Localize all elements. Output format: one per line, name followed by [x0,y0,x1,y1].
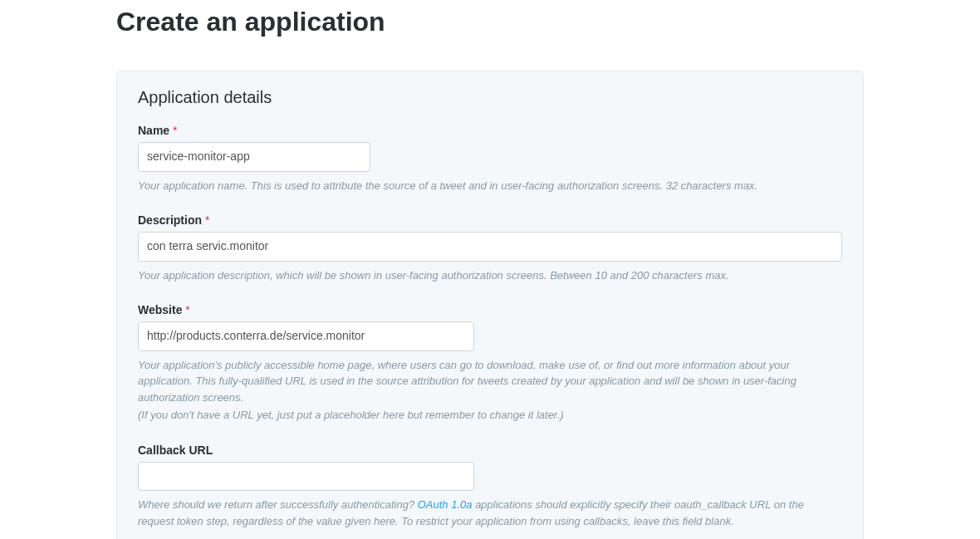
required-star-icon: * [205,213,209,227]
description-input[interactable] [138,232,842,262]
website-label-text: Website [138,303,182,316]
website-label: Website * [138,303,842,316]
website-input[interactable] [138,321,474,351]
name-label-text: Name [138,124,169,137]
website-group: Website * Your application's publicly ac… [138,303,842,424]
callback-label: Callback URL [138,443,842,457]
callback-help-text: Where should we return after successfull… [138,497,842,529]
callback-help-before: Where should we return after successfull… [138,498,418,511]
required-star-icon: * [185,303,189,316]
panel-header: Application details [138,88,842,107]
callback-input[interactable] [138,462,474,492]
required-star-icon: * [173,124,177,137]
oauth-link[interactable]: OAuth 1.0a [418,498,473,511]
description-group: Description * Your application descripti… [138,213,842,283]
page-title: Create an application [116,7,864,37]
website-help-text-1: Your application's publicly accessible h… [138,357,842,406]
name-help-text: Your application name. This is used to a… [138,178,842,194]
name-group: Name * Your application name. This is us… [138,124,842,194]
callback-label-text: Callback URL [138,443,213,457]
name-label: Name * [138,124,842,137]
description-label-text: Description [138,213,202,227]
name-input[interactable] [138,142,370,172]
description-label: Description * [138,213,842,227]
description-help-text: Your application description, which will… [138,267,842,284]
website-help-text-2: (If you don't have a URL yet, just put a… [138,407,842,424]
application-details-panel: Application details Name * Your applicat… [116,71,864,539]
callback-group: Callback URL Where should we return afte… [138,443,842,530]
